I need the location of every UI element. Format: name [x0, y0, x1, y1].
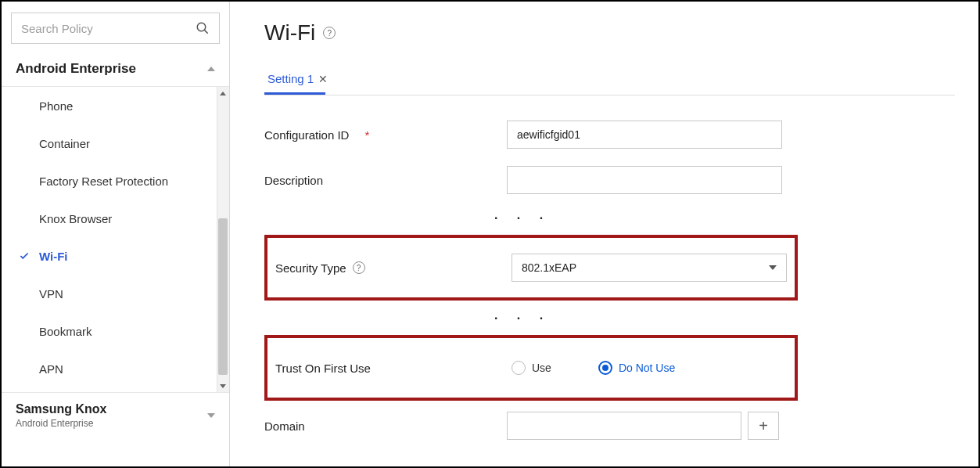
svg-point-0: [197, 23, 206, 31]
label-description: Description: [264, 174, 323, 187]
sidebar-item-label: Container: [39, 137, 90, 150]
bottom-title: Samsung Knox: [16, 402, 106, 416]
search-input[interactable]: [12, 22, 196, 35]
input-configuration-id[interactable]: [507, 121, 782, 149]
radio-use[interactable]: Use: [512, 361, 551, 375]
sidebar-item-label: Wi-Fi: [39, 250, 68, 263]
sidebar: Android Enterprise Phone Container Facto…: [2, 2, 230, 466]
sidebar-item-label: APN: [39, 362, 63, 376]
sidebar-item-wifi[interactable]: Wi-Fi: [2, 237, 220, 275]
add-domain-button[interactable]: +: [748, 412, 779, 440]
scrollbar-thumb[interactable]: [218, 218, 228, 375]
sidebar-item-factory-reset-protection[interactable]: Factory Reset Protection: [2, 162, 220, 200]
sidebar-item-label: Bookmark: [39, 325, 92, 338]
ellipsis-divider: . . .: [264, 308, 781, 322]
sidebar-item-knox-browser[interactable]: Knox Browser: [2, 200, 220, 237]
required-mark: *: [365, 128, 370, 142]
main-content: Wi-Fi ? Setting 1 ✕ Configuration ID * D…: [230, 2, 978, 466]
select-value: 802.1xEAP: [522, 261, 576, 274]
chevron-down-icon: [207, 413, 215, 418]
row-trust-on-first-use: Trust On First Use Use Do Not Use: [275, 351, 787, 385]
radio-label-do-not-use: Do Not Use: [619, 362, 675, 374]
label-configuration-id: Configuration ID: [264, 128, 349, 142]
nav-scroll-area: Phone Container Factory Reset Protection…: [2, 86, 229, 393]
ellipsis-divider: . . .: [264, 208, 781, 222]
sidebar-item-apn[interactable]: APN: [2, 350, 220, 387]
sidebar-item-label: Knox Browser: [39, 212, 112, 225]
scrollbar-track[interactable]: [217, 87, 229, 392]
help-icon[interactable]: ?: [353, 261, 365, 274]
chevron-up-icon: [207, 67, 215, 71]
sidebar-item-vpn[interactable]: VPN: [2, 275, 220, 312]
check-icon: [19, 250, 30, 261]
select-security-type[interactable]: 802.1xEAP: [512, 254, 787, 282]
tab-close-icon[interactable]: ✕: [318, 74, 328, 85]
sidebar-item-label: Factory Reset Protection: [39, 175, 168, 188]
scrollbar-arrow-up[interactable]: [217, 87, 229, 99]
label-domain: Domain: [264, 419, 305, 433]
sidebar-item-label: VPN: [39, 287, 63, 301]
highlight-security-type: Security Type ? 802.1xEAP: [264, 235, 798, 301]
page-title: Wi-Fi: [264, 20, 315, 45]
label-security-type: Security Type: [275, 261, 346, 275]
label-tofu: Trust On First Use: [275, 362, 371, 375]
input-domain[interactable]: [507, 412, 741, 440]
svg-line-1: [205, 31, 208, 34]
tabs: Setting 1 ✕: [264, 72, 955, 95]
scrollbar-arrow-down[interactable]: [217, 380, 229, 392]
chevron-down-icon: [769, 265, 777, 270]
sidebar-item-phone[interactable]: Phone: [2, 87, 220, 124]
sidebar-item-bookmark[interactable]: Bookmark: [2, 312, 220, 350]
accordion-android-enterprise[interactable]: Android Enterprise: [2, 49, 229, 86]
help-icon[interactable]: ?: [323, 27, 336, 39]
row-security-type: Security Type ? 802.1xEAP: [275, 250, 787, 285]
search-icon: [196, 21, 210, 35]
tab-label: Setting 1: [267, 72, 314, 85]
radio-circle-icon: [512, 361, 526, 375]
highlight-trust-on-first-use: Trust On First Use Use Do Not Use: [264, 335, 798, 401]
radio-do-not-use[interactable]: Do Not Use: [598, 361, 675, 375]
sidebar-item-label: Phone: [39, 99, 73, 113]
sidebar-item-container[interactable]: Container: [2, 124, 220, 162]
input-description[interactable]: [507, 166, 782, 194]
row-domain: Domain +: [264, 409, 955, 443]
accordion-samsung-knox[interactable]: Samsung Knox Android Enterprise: [2, 393, 229, 440]
radio-circle-icon: [598, 361, 612, 375]
accordion-title: Android Enterprise: [16, 61, 136, 77]
search-box[interactable]: [11, 13, 220, 44]
row-configuration-id: Configuration ID *: [264, 117, 955, 152]
page-title-row: Wi-Fi ?: [264, 20, 955, 45]
row-description: Description: [264, 163, 955, 197]
tab-setting-1[interactable]: Setting 1 ✕: [264, 72, 336, 93]
bottom-subtitle: Android Enterprise: [16, 418, 106, 429]
radio-label-use: Use: [532, 362, 551, 374]
